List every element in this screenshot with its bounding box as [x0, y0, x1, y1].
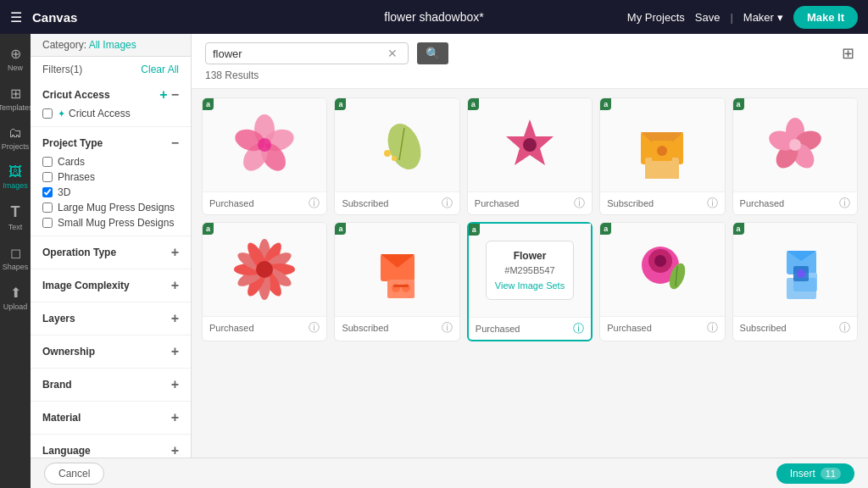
image-card-5[interactable]: a [732, 97, 858, 215]
filter-section-image-complexity: Image Complexity + [31, 269, 191, 302]
top-navigation: ☰ Canvas flower shadowbox* My Projects S… [0, 0, 868, 34]
image-card-8[interactable]: a Flower #M295B547 View Image Sets Purch… [467, 222, 593, 341]
card-badge-8: a [469, 224, 480, 236]
info-icon-8[interactable]: ⓘ [573, 321, 584, 336]
my-projects-link[interactable]: My Projects [627, 11, 685, 24]
filter-section-ownership: Ownership + [31, 336, 191, 369]
search-clear-icon[interactable]: ✕ [387, 47, 398, 60]
card-label-6: Purchased [209, 323, 254, 333]
app-logo: Canvas [32, 10, 77, 25]
ownership-expand-icon[interactable]: + [171, 344, 179, 359]
sidebar-item-images[interactable]: 🖼 Images [2, 159, 29, 195]
grid-toggle-button[interactable]: ⊞ [842, 44, 854, 63]
operation-type-header[interactable]: Operation Type + [42, 241, 179, 263]
image-card-4[interactable]: a Subscribed ⓘ [599, 97, 725, 215]
sidebar-item-new[interactable]: ⊕ New [2, 41, 29, 77]
sidebar-item-projects[interactable]: 🗂 Projects [2, 120, 29, 156]
card-image-8: Flower #M295B547 View Image Sets [469, 224, 591, 317]
cricut-access-add-icon[interactable]: + [159, 87, 167, 103]
card-image-6 [203, 223, 326, 316]
search-input[interactable] [213, 47, 387, 60]
card-image-2 [335, 98, 459, 191]
image-complexity-expand-icon[interactable]: + [171, 278, 179, 293]
svg-point-9 [392, 156, 397, 161]
material-expand-icon[interactable]: + [171, 410, 179, 425]
svg-point-16 [657, 146, 667, 156]
templates-icon: ⊞ [10, 86, 21, 102]
info-icon-4[interactable]: ⓘ [707, 196, 718, 211]
menu-icon[interactable]: ☰ [10, 9, 22, 25]
info-icon-7[interactable]: ⓘ [442, 320, 453, 336]
card-badge-6: a [203, 223, 214, 235]
info-icon-10[interactable]: ⓘ [839, 320, 850, 336]
cards-checkbox[interactable] [42, 157, 53, 167]
3d-checkbox[interactable] [42, 187, 53, 197]
card-image-9 [600, 223, 724, 316]
insert-button[interactable]: Insert 11 [776, 463, 854, 484]
material-header[interactable]: Material + [42, 407, 179, 429]
text-icon: T [11, 203, 20, 221]
cricut-access-checkbox[interactable] [42, 108, 53, 119]
main-content: ✕ 🔍 ⊞ 138 Results a [192, 34, 868, 488]
card-badge-1: a [203, 98, 214, 110]
card-footer-1: Purchased ⓘ [203, 191, 326, 214]
info-icon-1[interactable]: ⓘ [309, 196, 320, 211]
image-complexity-header[interactable]: Image Complexity + [42, 274, 179, 297]
filter-header: Filters(1) Clear All [31, 57, 191, 79]
images-icon: 🖼 [8, 164, 22, 180]
cricut-access-header[interactable]: Cricut Access + − [42, 84, 179, 106]
all-images-link[interactable]: All Images [89, 39, 136, 51]
info-icon-2[interactable]: ⓘ [442, 196, 453, 211]
info-icon-9[interactable]: ⓘ [707, 320, 718, 336]
card-image-3 [468, 98, 592, 191]
card-image-4 [600, 98, 724, 191]
layers-header[interactable]: Layers + [42, 308, 179, 330]
new-icon: ⊕ [10, 46, 21, 62]
svg-point-11 [523, 138, 537, 152]
image-card-2[interactable]: a Subscribed ⓘ [334, 97, 459, 215]
brand-header[interactable]: Brand + [42, 374, 179, 396]
card-footer-3: Purchased ⓘ [468, 191, 592, 214]
phrases-checkbox[interactable] [42, 172, 53, 182]
filter-section-project-type: Project Type − Cards Phrases 3D Large Mu… [31, 127, 191, 236]
cricut-access-collapse-icon[interactable]: − [171, 87, 179, 103]
filter-category: Category: All Images [31, 34, 191, 57]
card-badge-2: a [335, 98, 346, 110]
maker-dropdown[interactable]: Maker ▾ [743, 11, 783, 24]
card-badge-10: a [733, 223, 744, 235]
filter-cards: Cards [42, 154, 179, 169]
project-type-collapse-icon[interactable]: − [171, 136, 179, 151]
operation-type-expand-icon[interactable]: + [171, 245, 179, 260]
layers-expand-icon[interactable]: + [171, 311, 179, 326]
upload-icon: ⬆ [10, 285, 21, 301]
image-card-1[interactable]: a [202, 97, 327, 215]
search-button[interactable]: 🔍 [417, 42, 448, 64]
sidebar-item-templates[interactable]: ⊞ Templates [2, 80, 29, 117]
language-expand-icon[interactable]: + [171, 443, 179, 458]
brand-expand-icon[interactable]: + [171, 377, 179, 392]
save-link[interactable]: Save [695, 11, 721, 24]
image-card-10[interactable]: a Subscribed ⓘ [732, 222, 858, 341]
card-label-1: Purchased [209, 198, 254, 208]
project-type-header[interactable]: Project Type − [42, 132, 179, 154]
card-image-7 [335, 223, 459, 316]
clear-all-button[interactable]: Clear All [141, 64, 179, 75]
sidebar-item-shapes[interactable]: ◻ Shapes [2, 240, 29, 276]
image-card-3[interactable]: a Purchased ⓘ [467, 97, 593, 215]
image-card-9[interactable]: a Purchased ⓘ [599, 222, 725, 341]
sidebar-item-upload[interactable]: ⬆ Upload [2, 280, 29, 316]
make-it-button[interactable]: Make It [793, 6, 858, 29]
info-icon-3[interactable]: ⓘ [574, 196, 585, 211]
large-mug-checkbox[interactable] [42, 202, 53, 213]
view-image-sets-link[interactable]: View Image Sets [495, 280, 565, 291]
info-icon-5[interactable]: ⓘ [839, 196, 850, 211]
info-icon-6[interactable]: ⓘ [309, 320, 320, 336]
image-card-7[interactable]: a Subscribed ⓘ [334, 222, 459, 341]
sidebar-item-text[interactable]: T Text [2, 198, 29, 236]
image-card-6[interactable]: a [202, 222, 327, 341]
svg-point-52 [797, 269, 805, 278]
ownership-header[interactable]: Ownership + [42, 341, 179, 363]
small-mug-checkbox[interactable] [42, 218, 53, 228]
card-footer-4: Subscribed ⓘ [600, 191, 724, 214]
svg-rect-38 [387, 280, 415, 298]
